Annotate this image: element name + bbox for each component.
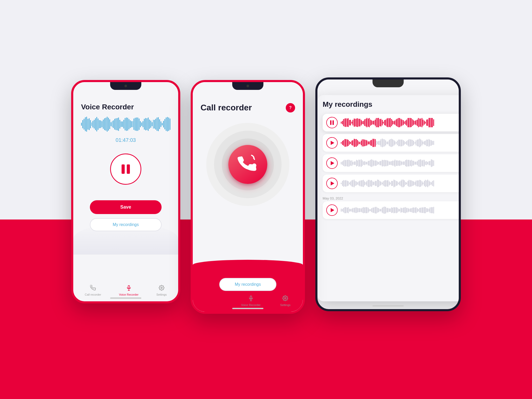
rec-wave-bar — [377, 179, 378, 187]
rec-wave-bar — [390, 208, 391, 212]
pause-button[interactable] — [110, 154, 141, 185]
rec-wave-bar — [385, 207, 386, 214]
rec-wave-bar — [429, 118, 429, 127]
rec-wave-bar — [347, 181, 348, 186]
play-btn-4[interactable] — [326, 178, 338, 189]
waveform-bar — [147, 118, 147, 130]
rec-wave-bar — [399, 209, 400, 211]
my-recordings-button-center[interactable]: My recordings — [219, 278, 276, 291]
save-button[interactable]: Save — [90, 200, 161, 214]
notch-right — [373, 79, 404, 87]
rec-wave-bar — [381, 182, 381, 185]
rec-wave-bar — [412, 181, 413, 186]
bottom-nav-left: Call recorder Voice Recorder Settings — [73, 285, 178, 296]
rec-wave-bar — [345, 160, 346, 166]
rec-wave-bar — [404, 121, 405, 124]
waveform-bar — [92, 121, 93, 128]
waveform-bar — [154, 120, 155, 129]
rec-wave-bar — [357, 208, 358, 212]
rec-wave-bar — [432, 141, 433, 145]
play-btn-5[interactable] — [326, 204, 338, 216]
rec-wave-bar — [381, 139, 381, 147]
waveform-bar — [140, 121, 141, 127]
rec-wave-bar — [420, 208, 421, 213]
rec-wave-bar — [388, 141, 388, 144]
rec-wave-bar — [423, 119, 423, 126]
rec-wave-bar — [389, 181, 390, 185]
recording-item-4: (function(){ const bars = []; for(let i=… — [323, 175, 459, 192]
rec-wave-bar — [371, 180, 372, 187]
rec-wave-bar — [413, 161, 414, 165]
rec-wave-bar — [410, 160, 411, 166]
rec-wave-bar — [430, 182, 430, 185]
waveform-bar — [82, 120, 83, 128]
rec-wave-bar — [406, 141, 407, 145]
call-button[interactable] — [228, 145, 267, 184]
rec-wave-bar — [351, 209, 352, 212]
rec-wave-bar — [384, 180, 385, 187]
rec-wave-bar — [390, 118, 391, 127]
rec-wave-bar — [409, 160, 409, 166]
rec-wave-bar — [420, 139, 421, 146]
rec-wave-bar — [371, 159, 372, 167]
nav-voice-recorder-left[interactable]: Voice Recorder — [119, 285, 138, 296]
play-btn-3[interactable] — [326, 157, 338, 169]
rec-wave-bar — [356, 139, 357, 147]
rec-wave-bar — [384, 120, 385, 125]
waveform-bar — [166, 117, 167, 131]
rec-wave-bar — [429, 181, 429, 186]
rec-wave-bar — [364, 139, 365, 146]
rec-wave-bar — [378, 118, 379, 127]
waveform-bar — [108, 118, 109, 131]
rec-wave-bar — [358, 181, 359, 185]
rec-wave-bar — [370, 140, 371, 145]
rec-wave-bar — [417, 139, 418, 146]
waveform-bar — [91, 122, 92, 126]
rec-wave-bar — [360, 181, 360, 186]
help-button[interactable]: ? — [286, 103, 295, 112]
waveform-bar — [118, 117, 119, 131]
rec-wave-bar — [387, 160, 387, 166]
rec-wave-bar — [389, 118, 390, 127]
waveform-bar — [98, 118, 98, 130]
rec-wave-bar — [385, 119, 386, 125]
waveform-bar — [143, 121, 143, 127]
play-btn-2[interactable] — [326, 137, 338, 149]
nav-call-recorder-left[interactable]: Call recorder — [85, 285, 101, 296]
pause-btn-1[interactable] — [326, 117, 338, 128]
rec-wave-bar — [341, 183, 342, 184]
nav-voice-center[interactable]: Voice Recorder — [241, 295, 261, 307]
rec-wave-bar — [343, 119, 344, 127]
rec-wave-bar — [398, 182, 399, 184]
rec-wave-bar — [412, 140, 413, 146]
rec-wave-bar — [398, 209, 399, 212]
waveform-bar — [149, 119, 150, 129]
rec-wave-bar — [413, 207, 414, 213]
nav-settings-left[interactable]: Settings — [156, 285, 167, 296]
rec-wave-bar — [349, 120, 350, 126]
waveform-bar — [104, 118, 105, 130]
rec-wave-bar — [429, 161, 429, 165]
rec-wave-bar — [390, 182, 391, 184]
rec-wave-bar — [426, 139, 427, 146]
rec-wave-bar — [418, 180, 419, 187]
rec-wave-bar — [405, 121, 406, 125]
nav-settings-center[interactable]: Settings — [280, 295, 291, 307]
nav-call-recorder-center[interactable]: Call recorder — [205, 295, 222, 307]
rec-wave-bar — [357, 140, 358, 146]
waveform-bar — [163, 121, 164, 128]
my-recordings-button-left[interactable]: My recordings — [90, 218, 161, 231]
recordings-panel-title: My recordings — [323, 100, 372, 109]
rec-wave-bar — [408, 140, 408, 146]
rec-wave-bar — [401, 161, 401, 165]
rec-wave-bar — [375, 160, 376, 166]
rec-wave-bar — [381, 161, 381, 165]
rec-wave-bar — [398, 139, 399, 146]
rec-wave-bar — [345, 180, 346, 187]
rec-wave-bar — [354, 208, 355, 213]
rec-wave-bar — [362, 121, 363, 124]
rec-wave-bar — [424, 207, 425, 213]
waveform-bar — [126, 117, 127, 131]
rec-wave-bar — [347, 118, 348, 127]
rec-wave-bar — [370, 180, 371, 187]
